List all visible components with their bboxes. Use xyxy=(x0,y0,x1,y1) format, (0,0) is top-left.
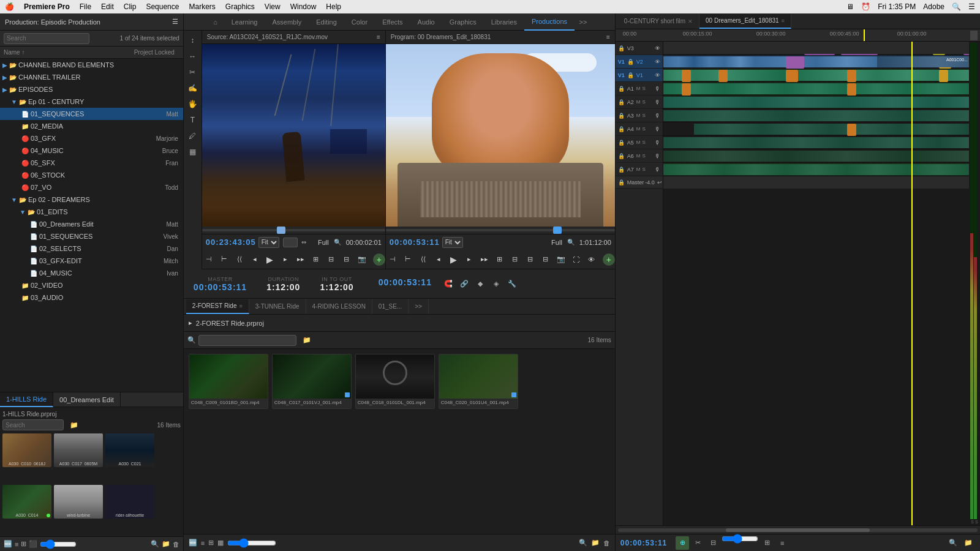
tree-item-6[interactable]: 🔴 03_GFX Marjorie xyxy=(0,132,183,144)
tree-item-18[interactable]: 📁 02_VIDEO xyxy=(0,279,183,291)
track-m-a3[interactable]: M xyxy=(636,113,641,118)
clip-v1-2[interactable] xyxy=(718,70,728,82)
track-row-a4[interactable] xyxy=(663,122,969,136)
tree-item-2[interactable]: ▶ 📂 EPISODES xyxy=(0,83,183,96)
tl-wrench[interactable]: 🔧 xyxy=(505,277,519,291)
bin-new-item[interactable]: 🆕 xyxy=(189,539,197,547)
prog-mark-out[interactable]: ⊢ xyxy=(401,253,415,266)
tl-keyframe[interactable]: ◈ xyxy=(489,277,503,291)
clip-v2-5[interactable]: A001C00... xyxy=(877,56,969,67)
track-mic-a2[interactable]: 🎙 xyxy=(655,99,660,105)
seq-tab-more[interactable]: >> xyxy=(409,299,429,314)
workspace-tab-graphics[interactable]: Graphics xyxy=(442,13,484,31)
tl-tab-century[interactable]: 0-CENTURY short film ✕ xyxy=(618,14,699,29)
bin-icon-view[interactable]: ⊞ xyxy=(208,539,214,547)
workspace-tab-learning[interactable]: Learning xyxy=(224,13,265,31)
source-step-back[interactable]: ◂ xyxy=(248,253,262,266)
bin-thumb-1[interactable]: A030_C010_0618J xyxy=(2,433,51,467)
seq-tab-1-close[interactable]: ≡ xyxy=(239,303,242,309)
track-lock-a1[interactable]: 🔒 xyxy=(618,86,625,92)
search-icon[interactable]: 🔍 xyxy=(952,2,961,11)
tl-tab-dreamers-menu[interactable]: ≡ xyxy=(782,18,785,24)
menu-view[interactable]: View xyxy=(265,2,281,11)
workspace-tab-audio[interactable]: Audio xyxy=(410,13,442,31)
prog-insert[interactable]: ⊟ xyxy=(508,253,522,266)
tl-tab-century-menu[interactable]: ✕ xyxy=(688,18,693,24)
menu-window[interactable]: Window xyxy=(290,2,317,11)
menu-file[interactable]: File xyxy=(80,2,91,11)
tree-item-13[interactable]: 📄 00_Dreamers Edit Matt xyxy=(0,218,183,230)
source-step-fwd[interactable]: ▸ xyxy=(279,253,292,266)
bin-folder-btn[interactable]: 📁 xyxy=(591,539,600,547)
tree-item-11[interactable]: ▼ 📂 Ep 02 - DREAMERS xyxy=(0,193,183,206)
bin-thumb-5[interactable]: wind-turbine xyxy=(54,485,103,519)
track-s-a3[interactable]: S xyxy=(643,113,646,118)
track-mic-a4[interactable]: 🎙 xyxy=(655,126,660,132)
prog-step-fwd[interactable]: ▸ xyxy=(462,253,476,266)
tl-link[interactable]: 🔗 xyxy=(458,277,471,291)
source-fit-select[interactable]: Fit xyxy=(258,237,279,248)
workspace-tab-libraries[interactable]: Libraries xyxy=(484,13,524,31)
track-row-a6[interactable] xyxy=(663,149,969,163)
freeform-icon[interactable]: ⬛ xyxy=(29,540,37,548)
tool-hand[interactable]: 🖐 xyxy=(185,97,200,111)
list-view-icon[interactable]: ≡ xyxy=(15,541,18,548)
bin-path-icon[interactable]: ▸ xyxy=(189,319,192,327)
tree-item-14[interactable]: 📄 01_SEQUENCES Vivek xyxy=(0,230,183,242)
seq-tab-3[interactable]: 4-RIDING LESSON xyxy=(306,299,372,314)
bin-thumb-forest-1[interactable]: C048_C009_0101BD_001.mp4 xyxy=(189,354,268,409)
bin-list-view[interactable]: ≡ xyxy=(201,539,205,547)
program-menu-icon[interactable]: ≡ xyxy=(606,34,610,40)
tree-item-1[interactable]: ▶ 📂 CHANNEL TRAILER xyxy=(0,71,183,83)
tree-item-7[interactable]: 🔴 04_MUSIC Bruce xyxy=(0,144,183,157)
tl-zoom-slider[interactable] xyxy=(722,536,758,541)
tl-lift-extract[interactable]: ⊟ xyxy=(706,536,720,550)
prog-step-back[interactable]: ◂ xyxy=(432,253,445,266)
track-active-v1[interactable]: V1 xyxy=(618,72,625,78)
menu-help[interactable]: Help xyxy=(326,2,341,11)
tool-cut[interactable]: ✂ xyxy=(185,65,200,80)
bin-thumb-size-slider[interactable] xyxy=(227,541,276,545)
tool-pen[interactable]: ✍ xyxy=(185,81,200,96)
tl-snap[interactable]: 🧲 xyxy=(442,277,455,291)
track-mic-a1[interactable]: 🎙 xyxy=(655,86,660,92)
track-row-a3[interactable] xyxy=(663,109,969,122)
tree-item-3[interactable]: ▼ 📂 Ep 01 - CENTURY xyxy=(0,96,183,108)
clip-v1-3[interactable] xyxy=(786,70,798,82)
clip-v1-5[interactable] xyxy=(939,70,948,82)
workspace-tab-assembly[interactable]: Assembly xyxy=(265,13,309,31)
track-lock-a3[interactable]: 🔒 xyxy=(618,113,625,119)
track-lock-a4[interactable]: 🔒 xyxy=(618,126,625,132)
track-m-a7[interactable]: M xyxy=(636,167,641,172)
bin-search-input[interactable] xyxy=(198,335,296,346)
bin-thumb-4[interactable]: A030_C014 xyxy=(2,485,51,519)
menu-markers[interactable]: Markers xyxy=(189,2,215,11)
tree-item-16[interactable]: 📄 03_GFX-EDIT Mitch xyxy=(0,255,183,267)
source-overwrite[interactable]: ⊟ xyxy=(325,253,338,266)
clip-a1-1[interactable] xyxy=(682,83,691,96)
track-mic-a6[interactable]: 🎙 xyxy=(655,153,660,159)
prog-extract[interactable]: ⊟ xyxy=(539,253,552,266)
track-row-master[interactable] xyxy=(663,176,969,189)
track-m-a1[interactable]: M xyxy=(636,86,641,91)
track-s-a1[interactable]: S xyxy=(643,86,646,91)
clip-v2-2[interactable] xyxy=(786,56,804,69)
prog-add-btn[interactable]: + xyxy=(603,253,615,266)
track-s-a4[interactable]: S xyxy=(643,126,646,132)
track-lock-a7[interactable]: 🔒 xyxy=(618,167,625,173)
prog-fullscreen[interactable]: ⛶ xyxy=(570,253,583,266)
track-lock-master[interactable]: 🔒 xyxy=(618,179,625,186)
track-row-v2[interactable]: A001C00... xyxy=(663,55,969,69)
prog-export-frame[interactable]: ⊞ xyxy=(493,253,507,266)
track-goto-master[interactable]: ↩ xyxy=(657,179,662,186)
bin-delete-btn[interactable]: 🗑 xyxy=(603,539,610,547)
track-mic-a5[interactable]: 🎙 xyxy=(655,140,660,146)
track-s-a7[interactable]: S xyxy=(643,167,646,172)
prog-play[interactable]: ▶ xyxy=(447,253,461,266)
menu-edit[interactable]: Edit xyxy=(101,2,114,11)
bin-search-btn[interactable]: 🔍 xyxy=(579,539,587,547)
tool-brush[interactable]: 🖊 xyxy=(185,129,200,143)
prog-camera[interactable]: 📷 xyxy=(554,253,568,266)
clip-a1-2[interactable] xyxy=(847,83,856,96)
seq-tab-2[interactable]: 3-TUNNEL Ride xyxy=(249,299,306,314)
